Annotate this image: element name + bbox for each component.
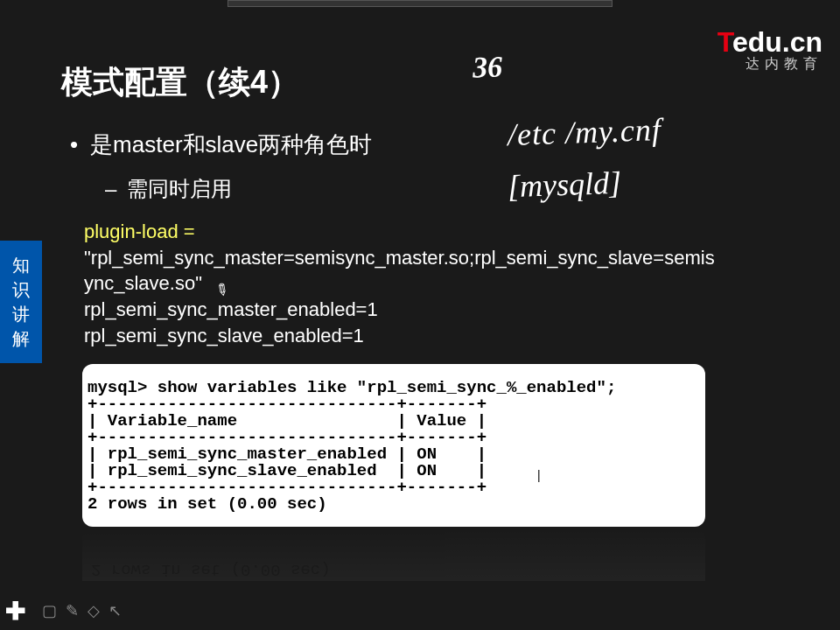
- sidebar-char-4: 解: [12, 326, 30, 351]
- brand-logo: Tedu.cn 达内教育: [718, 26, 822, 74]
- bottom-toolbar: ✚ ▢ ✎ ◇ ↖: [5, 597, 122, 625]
- slide-title: 模式配置（续4）: [61, 61, 299, 104]
- handwriting-note-1: 36: [472, 50, 502, 84]
- top-toolbar-placeholder: [228, 0, 612, 7]
- config-line-2a: "rpl_semi_sync_master=semisync_master.so…: [84, 245, 796, 271]
- sidebar-char-2: 识: [12, 277, 30, 302]
- bullet-sub: 需同时启用: [105, 175, 232, 203]
- logo-rest: edu.cn: [732, 26, 822, 58]
- sidebar-char-1: 知: [12, 253, 30, 277]
- sidebar-char-3: 讲: [12, 302, 30, 326]
- sidebar-tab[interactable]: 知 识 讲 解: [0, 241, 42, 363]
- config-line-3: rpl_semi_sync_master_enabled=1: [84, 297, 796, 323]
- edit-icon[interactable]: ✎: [66, 601, 79, 620]
- config-line-4: rpl_semi_sync_slave_enabled=1: [84, 323, 796, 349]
- terminal-reflection: 2 rows in set (0.00 sec): [82, 528, 705, 581]
- config-text-block: plugin-load = "rpl_semi_sync_master=semi…: [84, 219, 796, 348]
- text-cursor-mark: |: [537, 468, 541, 482]
- plus-icon[interactable]: ✚: [5, 597, 33, 625]
- handwriting-note-3: [mysqld]: [507, 164, 621, 206]
- config-line-2b: ync_slave.so": [84, 270, 796, 297]
- terminal-output: mysql> show variables like "rpl_semi_syn…: [82, 364, 705, 527]
- cursor-icon[interactable]: ↖: [108, 601, 122, 620]
- handwriting-note-2: /etc /my.cnf: [507, 111, 662, 153]
- square-icon[interactable]: ▢: [42, 601, 57, 620]
- bullet-main: 是master和slave两种角色时: [70, 130, 372, 160]
- logo-letter-t: T: [718, 26, 732, 58]
- eraser-icon[interactable]: ◇: [88, 601, 100, 620]
- config-line-1: plugin-load =: [84, 219, 796, 245]
